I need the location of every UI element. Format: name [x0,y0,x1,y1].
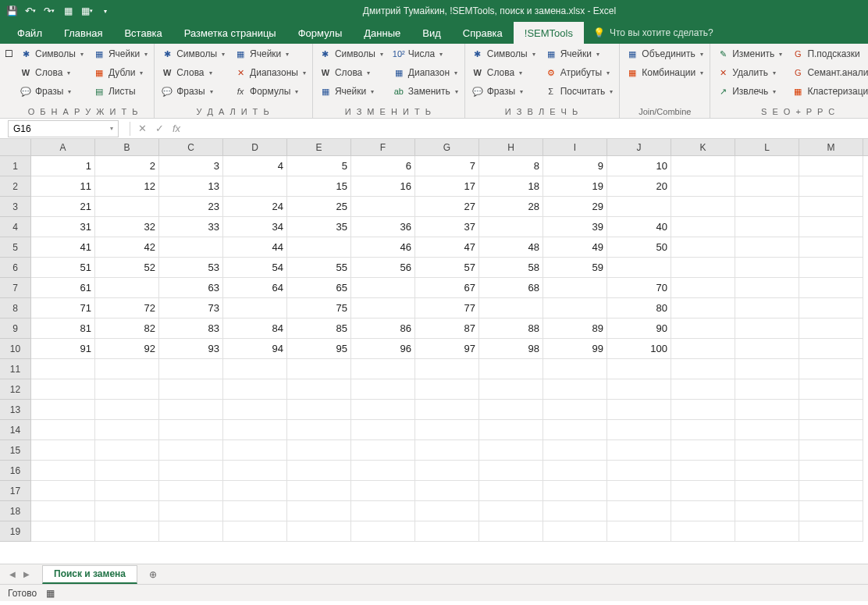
cell[interactable] [95,379,159,400]
cell[interactable]: 18 [479,176,543,197]
cell[interactable]: 100 [607,339,671,359]
macro-icon[interactable]: ▦ [46,588,55,599]
cell[interactable] [287,501,351,521]
cell[interactable] [351,278,415,298]
row-header[interactable]: 1 [0,156,31,176]
cell[interactable] [799,501,863,521]
add-sheet-button[interactable]: ⊕ [144,565,162,584]
extract-phrases-button[interactable]: 💬Фразы▾ [468,83,539,100]
cell[interactable] [159,521,223,542]
cell[interactable] [351,197,415,217]
sheet-tab-active[interactable]: Поиск и замена [42,565,137,584]
cell[interactable] [95,278,159,298]
cell[interactable] [799,400,863,420]
column-header[interactable]: D [223,139,287,155]
cell[interactable] [799,440,863,461]
cell[interactable] [351,379,415,400]
row-header[interactable]: 2 [0,176,31,197]
cell[interactable] [607,461,671,481]
cell[interactable]: 92 [95,339,159,359]
cell[interactable]: 41 [31,237,95,258]
cell[interactable] [351,521,415,542]
tab-layout[interactable]: Разметка страницы [173,22,287,44]
undo-button[interactable]: ↶▾ [22,2,39,20]
cell[interactable] [31,420,95,440]
cell[interactable] [223,501,287,521]
detect-sheets-button[interactable]: ▤Листы [90,83,151,100]
cell[interactable] [543,379,607,400]
cell[interactable] [31,521,95,542]
cell[interactable] [799,359,863,379]
extract-attrs-button[interactable]: ⚙Атрибуты▾ [542,64,617,81]
cell[interactable] [671,339,735,359]
detect-words-button[interactable]: WСлова▾ [16,64,87,81]
cell[interactable]: 71 [31,298,95,319]
cell[interactable] [799,298,863,319]
cell[interactable]: 63 [159,278,223,298]
cell[interactable]: 42 [95,237,159,258]
cell[interactable] [351,461,415,481]
cell[interactable] [287,379,351,400]
cell[interactable] [159,420,223,440]
cell[interactable] [415,400,479,420]
cell[interactable] [415,501,479,521]
row-header[interactable]: 14 [0,420,31,440]
row-header[interactable]: 12 [0,379,31,400]
cell[interactable]: 51 [31,258,95,278]
cell[interactable] [159,440,223,461]
row-header[interactable]: 16 [0,461,31,481]
cell[interactable] [543,420,607,440]
cell[interactable]: 98 [479,339,543,359]
cell[interactable] [607,359,671,379]
cell[interactable] [671,461,735,481]
cell[interactable]: 15 [287,176,351,197]
change-cells-button[interactable]: ▦Ячейки▾ [316,83,386,100]
change-symbols-button[interactable]: ✱Символы▾ [316,45,386,62]
cell[interactable]: 57 [415,258,479,278]
seo-edit-button[interactable]: ✎Изменить▾ [713,45,785,62]
cells-area[interactable]: 1234567891011121315161718192021232425272… [31,156,868,542]
row-header[interactable]: 18 [0,501,31,521]
column-header[interactable]: E [287,139,351,155]
cell[interactable] [671,258,735,278]
cell[interactable] [479,501,543,521]
change-numbers-button[interactable]: 10²Числа▾ [390,45,461,62]
cell[interactable] [671,400,735,420]
cell[interactable]: 23 [159,197,223,217]
tab-formulas[interactable]: Формулы [287,22,354,44]
column-header[interactable]: A [31,139,95,155]
delete-phrases-button[interactable]: 💬Фразы▾ [158,83,228,100]
cell[interactable] [479,420,543,440]
cell[interactable] [735,258,799,278]
change-range-button[interactable]: ▦Диапазон▾ [390,64,461,81]
cell[interactable] [479,298,543,319]
cell[interactable]: 6 [351,156,415,176]
insert-function-button[interactable]: fx [168,120,185,137]
cell[interactable]: 55 [287,258,351,278]
seo-hints-button[interactable]: GП.подсказки [788,45,868,62]
cell[interactable] [543,521,607,542]
cell[interactable]: 93 [159,339,223,359]
cell[interactable]: 17 [415,176,479,197]
cell[interactable]: 1 [31,156,95,176]
cell[interactable] [799,379,863,400]
cell[interactable] [287,400,351,420]
cell[interactable] [799,278,863,298]
cell[interactable] [799,420,863,440]
cell[interactable] [31,481,95,501]
cell[interactable]: 46 [351,237,415,258]
row-header[interactable]: 13 [0,400,31,420]
cell[interactable]: 81 [31,319,95,339]
seo-extract-button[interactable]: ↗Извлечь▾ [713,83,785,100]
cell[interactable]: 68 [479,278,543,298]
cancel-formula-button[interactable]: ✕ [133,120,151,137]
cell[interactable] [31,440,95,461]
row-header[interactable]: 7 [0,278,31,298]
column-header[interactable]: B [95,139,159,155]
cell[interactable] [479,521,543,542]
cell[interactable]: 86 [351,319,415,339]
cell[interactable] [735,501,799,521]
row-header[interactable]: 6 [0,258,31,278]
column-header[interactable]: C [159,139,223,155]
cell[interactable]: 89 [543,319,607,339]
